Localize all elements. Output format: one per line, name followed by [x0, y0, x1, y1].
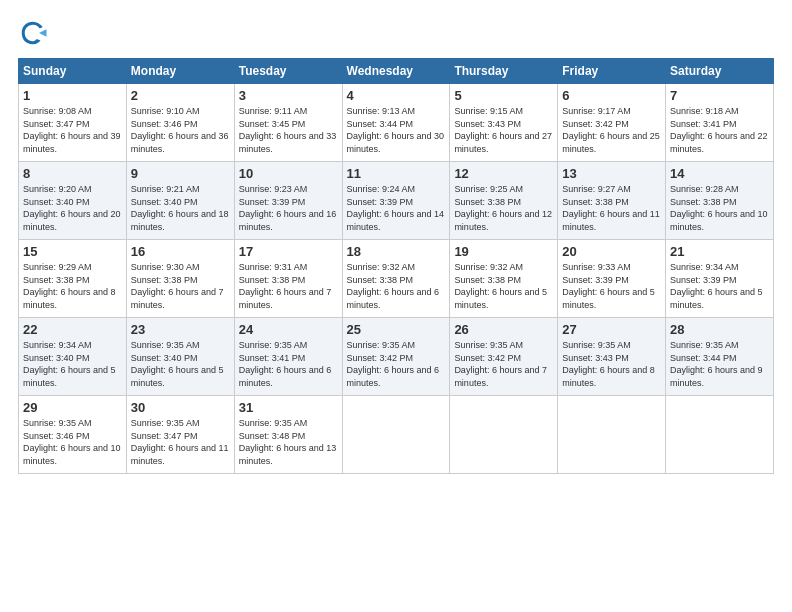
day-number: 24: [239, 322, 338, 337]
calendar-cell: 9Sunrise: 9:21 AMSunset: 3:40 PMDaylight…: [126, 162, 234, 240]
day-info: Sunrise: 9:28 AMSunset: 3:38 PMDaylight:…: [670, 183, 769, 233]
header: [18, 18, 774, 48]
day-info: Sunrise: 9:20 AMSunset: 3:40 PMDaylight:…: [23, 183, 122, 233]
day-info: Sunrise: 9:18 AMSunset: 3:41 PMDaylight:…: [670, 105, 769, 155]
calendar-cell: 24Sunrise: 9:35 AMSunset: 3:41 PMDayligh…: [234, 318, 342, 396]
calendar-cell: 12Sunrise: 9:25 AMSunset: 3:38 PMDayligh…: [450, 162, 558, 240]
day-number: 23: [131, 322, 230, 337]
calendar-cell: 2Sunrise: 9:10 AMSunset: 3:46 PMDaylight…: [126, 84, 234, 162]
week-row-4: 22Sunrise: 9:34 AMSunset: 3:40 PMDayligh…: [19, 318, 774, 396]
day-number: 15: [23, 244, 122, 259]
day-info: Sunrise: 9:23 AMSunset: 3:39 PMDaylight:…: [239, 183, 338, 233]
day-number: 28: [670, 322, 769, 337]
day-number: 14: [670, 166, 769, 181]
day-info: Sunrise: 9:10 AMSunset: 3:46 PMDaylight:…: [131, 105, 230, 155]
calendar-cell: 5Sunrise: 9:15 AMSunset: 3:43 PMDaylight…: [450, 84, 558, 162]
calendar-cell: 3Sunrise: 9:11 AMSunset: 3:45 PMDaylight…: [234, 84, 342, 162]
calendar-cell: 28Sunrise: 9:35 AMSunset: 3:44 PMDayligh…: [666, 318, 774, 396]
calendar-cell: 29Sunrise: 9:35 AMSunset: 3:46 PMDayligh…: [19, 396, 127, 474]
day-info: Sunrise: 9:32 AMSunset: 3:38 PMDaylight:…: [347, 261, 446, 311]
calendar-cell: [666, 396, 774, 474]
calendar-cell: 8Sunrise: 9:20 AMSunset: 3:40 PMDaylight…: [19, 162, 127, 240]
weekday-header-wednesday: Wednesday: [342, 59, 450, 84]
calendar-cell: 26Sunrise: 9:35 AMSunset: 3:42 PMDayligh…: [450, 318, 558, 396]
calendar-cell: [450, 396, 558, 474]
day-number: 8: [23, 166, 122, 181]
calendar-cell: 20Sunrise: 9:33 AMSunset: 3:39 PMDayligh…: [558, 240, 666, 318]
day-info: Sunrise: 9:35 AMSunset: 3:42 PMDaylight:…: [454, 339, 553, 389]
calendar-cell: 4Sunrise: 9:13 AMSunset: 3:44 PMDaylight…: [342, 84, 450, 162]
calendar-cell: 1Sunrise: 9:08 AMSunset: 3:47 PMDaylight…: [19, 84, 127, 162]
calendar-cell: 23Sunrise: 9:35 AMSunset: 3:40 PMDayligh…: [126, 318, 234, 396]
calendar-cell: 11Sunrise: 9:24 AMSunset: 3:39 PMDayligh…: [342, 162, 450, 240]
calendar-cell: 30Sunrise: 9:35 AMSunset: 3:47 PMDayligh…: [126, 396, 234, 474]
page: SundayMondayTuesdayWednesdayThursdayFrid…: [0, 0, 792, 612]
calendar-cell: 27Sunrise: 9:35 AMSunset: 3:43 PMDayligh…: [558, 318, 666, 396]
day-info: Sunrise: 9:34 AMSunset: 3:39 PMDaylight:…: [670, 261, 769, 311]
day-number: 16: [131, 244, 230, 259]
weekday-header-row: SundayMondayTuesdayWednesdayThursdayFrid…: [19, 59, 774, 84]
calendar-cell: 16Sunrise: 9:30 AMSunset: 3:38 PMDayligh…: [126, 240, 234, 318]
calendar-cell: 21Sunrise: 9:34 AMSunset: 3:39 PMDayligh…: [666, 240, 774, 318]
logo-icon: [18, 18, 48, 48]
day-info: Sunrise: 9:24 AMSunset: 3:39 PMDaylight:…: [347, 183, 446, 233]
calendar-cell: 13Sunrise: 9:27 AMSunset: 3:38 PMDayligh…: [558, 162, 666, 240]
day-info: Sunrise: 9:25 AMSunset: 3:38 PMDaylight:…: [454, 183, 553, 233]
day-info: Sunrise: 9:35 AMSunset: 3:48 PMDaylight:…: [239, 417, 338, 467]
weekday-header-monday: Monday: [126, 59, 234, 84]
day-info: Sunrise: 9:17 AMSunset: 3:42 PMDaylight:…: [562, 105, 661, 155]
day-info: Sunrise: 9:35 AMSunset: 3:41 PMDaylight:…: [239, 339, 338, 389]
day-info: Sunrise: 9:34 AMSunset: 3:40 PMDaylight:…: [23, 339, 122, 389]
day-info: Sunrise: 9:15 AMSunset: 3:43 PMDaylight:…: [454, 105, 553, 155]
day-number: 7: [670, 88, 769, 103]
day-number: 21: [670, 244, 769, 259]
day-info: Sunrise: 9:35 AMSunset: 3:43 PMDaylight:…: [562, 339, 661, 389]
day-number: 17: [239, 244, 338, 259]
day-info: Sunrise: 9:33 AMSunset: 3:39 PMDaylight:…: [562, 261, 661, 311]
day-number: 11: [347, 166, 446, 181]
weekday-header-saturday: Saturday: [666, 59, 774, 84]
calendar-cell: [558, 396, 666, 474]
day-info: Sunrise: 9:32 AMSunset: 3:38 PMDaylight:…: [454, 261, 553, 311]
weekday-header-tuesday: Tuesday: [234, 59, 342, 84]
calendar-cell: 15Sunrise: 9:29 AMSunset: 3:38 PMDayligh…: [19, 240, 127, 318]
day-info: Sunrise: 9:35 AMSunset: 3:44 PMDaylight:…: [670, 339, 769, 389]
logo: [18, 18, 54, 48]
day-info: Sunrise: 9:35 AMSunset: 3:47 PMDaylight:…: [131, 417, 230, 467]
day-number: 27: [562, 322, 661, 337]
day-info: Sunrise: 9:35 AMSunset: 3:40 PMDaylight:…: [131, 339, 230, 389]
weekday-header-sunday: Sunday: [19, 59, 127, 84]
calendar-cell: 7Sunrise: 9:18 AMSunset: 3:41 PMDaylight…: [666, 84, 774, 162]
day-info: Sunrise: 9:30 AMSunset: 3:38 PMDaylight:…: [131, 261, 230, 311]
day-number: 19: [454, 244, 553, 259]
day-number: 1: [23, 88, 122, 103]
day-info: Sunrise: 9:29 AMSunset: 3:38 PMDaylight:…: [23, 261, 122, 311]
day-number: 29: [23, 400, 122, 415]
calendar-cell: 18Sunrise: 9:32 AMSunset: 3:38 PMDayligh…: [342, 240, 450, 318]
day-number: 22: [23, 322, 122, 337]
week-row-5: 29Sunrise: 9:35 AMSunset: 3:46 PMDayligh…: [19, 396, 774, 474]
calendar-cell: 6Sunrise: 9:17 AMSunset: 3:42 PMDaylight…: [558, 84, 666, 162]
day-number: 25: [347, 322, 446, 337]
day-number: 13: [562, 166, 661, 181]
day-info: Sunrise: 9:27 AMSunset: 3:38 PMDaylight:…: [562, 183, 661, 233]
day-number: 20: [562, 244, 661, 259]
day-number: 10: [239, 166, 338, 181]
calendar-table: SundayMondayTuesdayWednesdayThursdayFrid…: [18, 58, 774, 474]
calendar-cell: 31Sunrise: 9:35 AMSunset: 3:48 PMDayligh…: [234, 396, 342, 474]
week-row-1: 1Sunrise: 9:08 AMSunset: 3:47 PMDaylight…: [19, 84, 774, 162]
calendar-cell: 10Sunrise: 9:23 AMSunset: 3:39 PMDayligh…: [234, 162, 342, 240]
calendar-cell: 22Sunrise: 9:34 AMSunset: 3:40 PMDayligh…: [19, 318, 127, 396]
weekday-header-thursday: Thursday: [450, 59, 558, 84]
day-number: 12: [454, 166, 553, 181]
calendar-cell: 19Sunrise: 9:32 AMSunset: 3:38 PMDayligh…: [450, 240, 558, 318]
day-number: 9: [131, 166, 230, 181]
calendar-cell: 25Sunrise: 9:35 AMSunset: 3:42 PMDayligh…: [342, 318, 450, 396]
day-number: 4: [347, 88, 446, 103]
calendar-cell: [342, 396, 450, 474]
calendar-cell: 17Sunrise: 9:31 AMSunset: 3:38 PMDayligh…: [234, 240, 342, 318]
day-number: 5: [454, 88, 553, 103]
day-info: Sunrise: 9:08 AMSunset: 3:47 PMDaylight:…: [23, 105, 122, 155]
day-info: Sunrise: 9:35 AMSunset: 3:46 PMDaylight:…: [23, 417, 122, 467]
week-row-2: 8Sunrise: 9:20 AMSunset: 3:40 PMDaylight…: [19, 162, 774, 240]
